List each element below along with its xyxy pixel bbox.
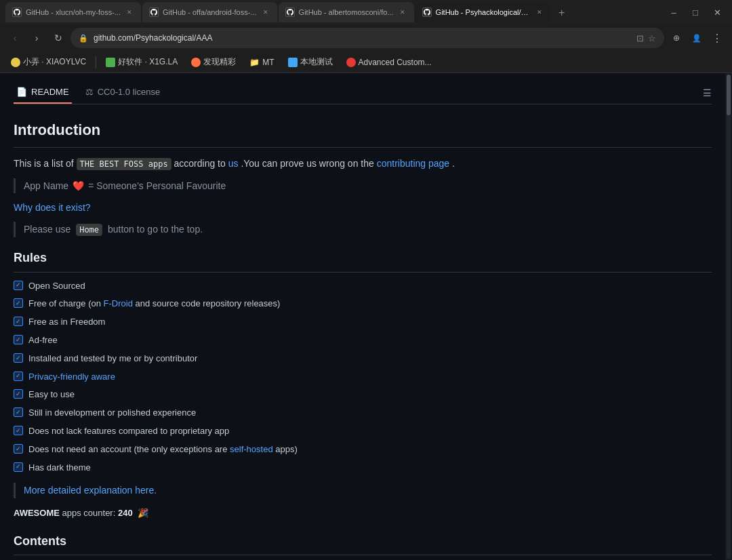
bookmark-local[interactable]: 本地测试: [283, 54, 338, 70]
scrollbar-thumb[interactable]: [727, 75, 731, 115]
app-name-text: App Name: [24, 178, 68, 193]
nav-actions: ⊕ 👤 ⋮: [667, 28, 727, 47]
tab-2[interactable]: GitHub - offa/android-foss-... ✕: [142, 2, 277, 22]
bookmark-advanced[interactable]: Advanced Custom...: [341, 56, 437, 69]
checkbox-5: [14, 353, 23, 363]
rule-item-4: Ad-free: [14, 334, 712, 348]
tab-4-close[interactable]: ✕: [535, 7, 544, 17]
cast-icon[interactable]: ⊡: [636, 33, 644, 43]
privacy-link[interactable]: Privacy-friendly aware: [28, 370, 115, 384]
bookmark-discover[interactable]: 发现精彩: [186, 54, 241, 70]
checkbox-9: [14, 426, 23, 435]
page-inner: 📄 README ⚖ CC0-1.0 license ☰ Introductio…: [0, 73, 725, 560]
checkbox-11: [14, 462, 23, 472]
checkbox-3: [14, 317, 23, 326]
rules-title: Rules: [14, 248, 712, 273]
rule-item-1: Open Sourced: [14, 279, 712, 294]
bookmark-label-4: MT: [262, 58, 274, 67]
bookmarks-bar: 小弄 · XIAOYLVC 好软件 · X1G.LA 发现精彩 📁 MT 本地测…: [0, 52, 732, 73]
tab-readme[interactable]: 📄 README: [14, 81, 72, 104]
bookmark-mt[interactable]: 📁 MT: [244, 56, 279, 69]
url-text: github.com/Psyhackological/AAA: [94, 33, 631, 43]
intro-title: Introduction: [14, 118, 712, 148]
bookmark-x1g[interactable]: 好软件 · X1G.LA: [100, 54, 183, 70]
blockquote-rest: = Someone's Personal Favourite: [88, 178, 226, 193]
new-tab-button[interactable]: +: [552, 3, 571, 22]
tab-2-label: GitHub - offa/android-foss-...: [163, 8, 257, 16]
readme-tab-label: README: [31, 87, 69, 97]
readme-tabs: 📄 README ⚖ CC0-1.0 license ☰: [14, 73, 712, 104]
blockquote-inner: App Name ❤️ = Someone's Personal Favouri…: [24, 178, 712, 193]
maximize-button[interactable]: □: [686, 3, 705, 22]
checkbox-10: [14, 444, 23, 454]
selfhosted-link[interactable]: self-hosted: [230, 444, 273, 454]
checkbox-1: [14, 281, 23, 290]
tab-favicon-4: [422, 7, 432, 17]
tab-3-close[interactable]: ✕: [398, 7, 407, 17]
bookmark-label-2: 好软件 · X1G.LA: [118, 56, 178, 68]
checkbox-2: [14, 298, 23, 308]
intro-text-1: This is a list of: [14, 158, 77, 169]
bookmark-label-3: 发现精彩: [203, 56, 236, 68]
us-link[interactable]: us: [228, 158, 239, 169]
license-icon: ⚖: [85, 87, 94, 97]
counter-emoji: 🎉: [138, 508, 148, 518]
home-code: Home: [76, 224, 102, 236]
home-rest: button to go to the top.: [108, 224, 203, 235]
list-view-icon[interactable]: ☰: [703, 87, 712, 98]
rule-text-11: Has dark theme: [28, 461, 91, 475]
rule-text-2: Free of charge (on F-Droid and source co…: [28, 297, 280, 311]
extensions-button[interactable]: ⊕: [667, 28, 686, 47]
title-bar: GitHub - xlucn/oh-my-foss-... ✕ GitHub -…: [0, 0, 732, 24]
why-link[interactable]: Why does it exist?: [14, 202, 91, 213]
intro-text-3: .You can prove us wrong on the: [241, 158, 376, 169]
rule-text-9: Does not lack features compared to propr…: [28, 424, 229, 439]
star-icon[interactable]: ☆: [648, 33, 656, 43]
bookmark-xiaoylvc[interactable]: 小弄 · XIAOYLVC: [5, 54, 92, 70]
intro-text-2: according to: [174, 158, 228, 169]
rules-list: Open Sourced Free of charge (on F-Droid …: [14, 279, 712, 475]
rule-text-7: Easy to use: [28, 388, 75, 402]
main-area: 📄 README ⚖ CC0-1.0 license ☰ Introductio…: [0, 73, 732, 560]
page-content: 📄 README ⚖ CC0-1.0 license ☰ Introductio…: [0, 73, 725, 560]
menu-button[interactable]: ⋮: [708, 28, 727, 47]
close-button[interactable]: ✕: [708, 3, 727, 22]
tab-2-close[interactable]: ✕: [261, 7, 270, 17]
rule-text-10: Does not need an account (the only excep…: [28, 443, 298, 457]
back-button[interactable]: ‹: [5, 28, 24, 47]
tabs-container: GitHub - xlucn/oh-my-foss-... ✕ GitHub -…: [5, 2, 664, 22]
tab-3-label: GitHub - albertomosconi/fo...: [299, 8, 394, 16]
minimize-button[interactable]: –: [664, 3, 683, 22]
rule-item-10: Does not need an account (the only excep…: [14, 443, 712, 457]
folder-icon: 📁: [249, 58, 260, 67]
doc-content: Introduction This is a list of THE BEST …: [14, 104, 712, 560]
refresh-button[interactable]: ↻: [49, 28, 68, 47]
explanation-link[interactable]: More detailed explanation here.: [24, 485, 157, 496]
scrollbar[interactable]: [725, 73, 732, 560]
nav-bar: ‹ › ↻ 🔒 github.com/Psyhackological/AAA ⊡…: [0, 24, 732, 52]
counter-text: apps counter:: [62, 508, 118, 518]
checkbox-7: [14, 389, 23, 399]
contributing-link[interactable]: contributing page: [377, 158, 449, 169]
tab-license[interactable]: ⚖ CC0-1.0 license: [83, 81, 163, 104]
tab-3[interactable]: GitHub - albertomosconi/fo... ✕: [279, 2, 414, 22]
bookmark-icon-5: [288, 58, 298, 67]
tab-1-label: GitHub - xlucn/oh-my-foss-...: [26, 8, 121, 16]
checkbox-8: [14, 407, 23, 417]
fdroid-link[interactable]: F-Droid: [104, 298, 133, 308]
rule-item-11: Has dark theme: [14, 461, 712, 475]
bookmark-label-5: 本地测试: [300, 56, 333, 68]
counter-number: 240: [118, 508, 133, 518]
address-bar[interactable]: 🔒 github.com/Psyhackological/AAA ⊡ ☆: [70, 28, 664, 48]
tab-1-close[interactable]: ✕: [125, 7, 134, 17]
tab-1[interactable]: GitHub - xlucn/oh-my-foss-... ✕: [5, 2, 141, 22]
tab-favicon-2: [149, 7, 159, 17]
intro-text-4: .: [452, 158, 455, 169]
forward-button[interactable]: ›: [27, 28, 46, 47]
profile-button[interactable]: 👤: [687, 28, 706, 47]
rule-item-2: Free of charge (on F-Droid and source co…: [14, 297, 712, 311]
tab-4[interactable]: GitHub - Psyhackological/A... ✕: [415, 2, 551, 22]
rule-item-5: Installed and tested by me or by contrib…: [14, 352, 712, 366]
scrollbar-track: [727, 75, 731, 559]
tab-4-label: GitHub - Psyhackological/A...: [436, 8, 531, 16]
